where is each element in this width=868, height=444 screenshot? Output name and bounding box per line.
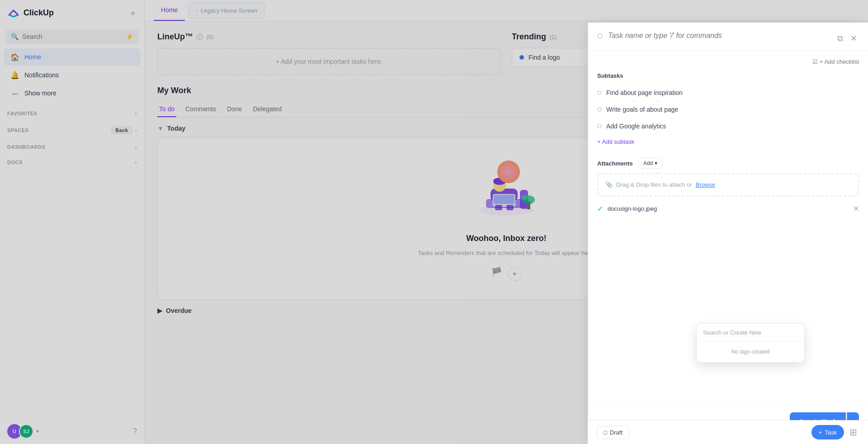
- add-label: Add: [643, 160, 653, 166]
- drop-area[interactable]: 📎 Drag & Drop files to attach or Browse: [597, 173, 859, 196]
- tags-empty-message: No tags created: [697, 341, 804, 362]
- add-subtask-button[interactable]: + Add subtask: [597, 135, 634, 149]
- subtask-3-edit-button[interactable]: ✎: [841, 122, 848, 131]
- attached-file-name: docusign-logo.jpeg: [608, 205, 849, 212]
- subtask-dot-3: [597, 124, 602, 128]
- paperclip-icon: 📎: [605, 181, 613, 188]
- subtask-item-1: Find about page inspiration ✎ 🗑: [597, 85, 859, 101]
- tags-dropdown: No tags created: [696, 323, 805, 363]
- attachments-label: Attachments: [597, 160, 633, 167]
- subtasks-label: Subtasks: [597, 72, 859, 79]
- checklist-icon: ☑: [812, 58, 818, 65]
- subtask-1-edit-button[interactable]: ✎: [841, 88, 848, 97]
- task-toggle-label: Task: [825, 429, 837, 436]
- close-task-panel-button[interactable]: ✕: [849, 32, 859, 45]
- draft-button[interactable]: □ Draft: [597, 426, 629, 439]
- task-panel-body: ☑ + Add checklist Subtasks Find about pa…: [588, 51, 868, 406]
- subtask-2-edit-button[interactable]: ✎: [841, 105, 848, 114]
- file-check-icon: ✓: [597, 204, 603, 213]
- view-switcher-button[interactable]: ⊞: [848, 425, 859, 439]
- subtask-item-3: Add Google analytics ✎ 🗑: [597, 118, 859, 135]
- subtask-list: Find about page inspiration ✎ 🗑 Write go…: [597, 85, 859, 135]
- attachments-section: Attachments Add ▾ 📎 Drag & Drop files to…: [597, 158, 859, 217]
- task-name-input[interactable]: [608, 32, 830, 40]
- browse-link[interactable]: Browse: [696, 181, 715, 188]
- add-checklist-label: + Add checklist: [820, 58, 859, 65]
- task-toggle-button[interactable]: + Task: [811, 425, 844, 439]
- subtask-text-1: Find about page inspiration: [606, 89, 836, 96]
- subtask-1-delete-button[interactable]: 🗑: [851, 88, 859, 97]
- expand-task-button[interactable]: ⧉: [835, 32, 845, 45]
- attached-file-row: ✓ docusign-logo.jpeg ✕: [597, 201, 859, 217]
- subtask-3-delete-button[interactable]: 🗑: [851, 122, 859, 131]
- task-panel-actions: ⧉ ✕: [835, 32, 859, 45]
- remove-file-button[interactable]: ✕: [853, 204, 859, 213]
- task-panel: ⧉ ✕ ☑ + Add checklist Subtasks Find abou…: [588, 23, 868, 444]
- task-plus-icon: +: [819, 429, 822, 436]
- add-attachment-button[interactable]: Add ▾: [638, 158, 662, 169]
- add-checklist-row: ☑ + Add checklist: [597, 58, 859, 65]
- subtask-text-3: Add Google analytics: [606, 123, 836, 130]
- draft-label: Draft: [610, 429, 623, 436]
- attachments-header: Attachments Add ▾: [597, 158, 859, 169]
- bottom-bar: □ Draft + Task ⊞: [588, 420, 868, 444]
- add-dropdown-icon: ▾: [655, 160, 657, 166]
- subtask-dot-1: [597, 90, 602, 95]
- add-checklist-button[interactable]: ☑ + Add checklist: [812, 58, 859, 65]
- subtask-text-2: Write goals of about page: [606, 106, 836, 113]
- subtask-2-delete-button[interactable]: 🗑: [851, 105, 859, 114]
- drop-text: Drag & Drop files to attach or: [616, 181, 692, 188]
- task-status-dot: [597, 33, 603, 39]
- tags-search-input[interactable]: [703, 329, 798, 336]
- subtask-dot-2: [597, 107, 602, 112]
- draft-square-icon: □: [604, 429, 607, 436]
- subtask-item-2: Write goals of about page ✎ 🗑: [597, 101, 859, 118]
- task-panel-header: ⧉ ✕: [588, 23, 868, 51]
- add-subtask-label: + Add subtask: [597, 138, 634, 145]
- tags-search: [697, 324, 804, 341]
- bottom-right-buttons: + Task ⊞: [811, 425, 859, 439]
